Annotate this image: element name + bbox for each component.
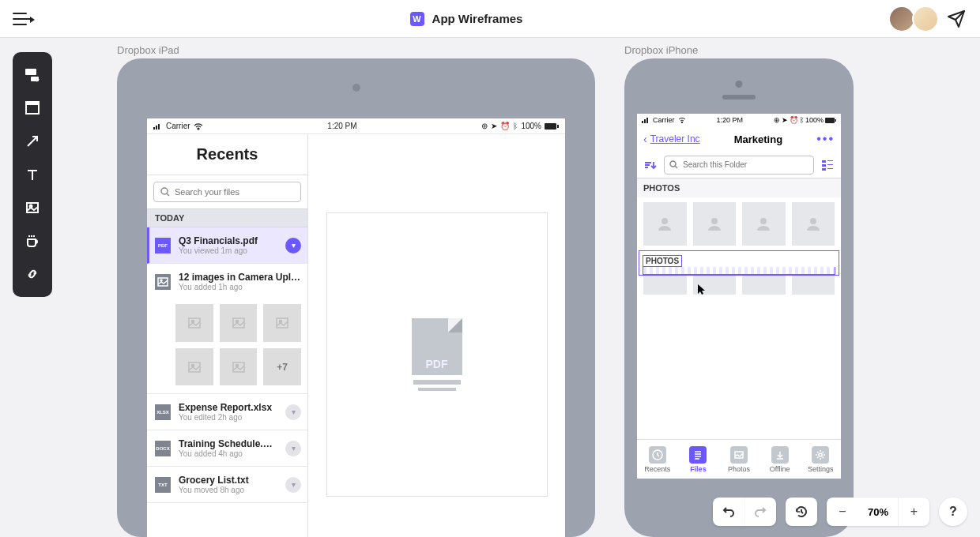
carrier-label: Carrier xyxy=(166,122,190,130)
iphone-search-row xyxy=(637,152,841,178)
svg-point-22 xyxy=(191,364,194,366)
svg-rect-32 xyxy=(822,160,826,163)
svg-point-12 xyxy=(161,188,168,194)
history-button[interactable] xyxy=(786,498,817,526)
tab-recents[interactable]: Recents xyxy=(637,440,678,479)
tool-coffee[interactable] xyxy=(18,227,47,255)
nav-back-link[interactable]: Traveler Inc xyxy=(650,133,700,145)
folder-card[interactable] xyxy=(643,276,687,295)
tool-link[interactable] xyxy=(18,260,47,288)
file-name: Grocery List.txt xyxy=(179,475,277,486)
collaborator-avatar-2[interactable] xyxy=(914,7,937,31)
person-card[interactable] xyxy=(742,202,786,246)
tool-image[interactable] xyxy=(18,193,47,222)
svg-point-28 xyxy=(681,122,683,123)
file-item-xlsx[interactable]: XLSX Expense Report.xlsx You edited 2h a… xyxy=(147,394,307,430)
svg-point-39 xyxy=(711,218,718,224)
tool-components[interactable] xyxy=(18,61,47,89)
thumbnail[interactable] xyxy=(220,348,258,386)
thumbnail[interactable] xyxy=(263,304,301,342)
selection-guide xyxy=(643,267,835,275)
preview-document-card[interactable]: PDF xyxy=(326,212,548,497)
chevron-left-icon[interactable]: ‹ xyxy=(643,133,647,145)
menu-toggle-icon[interactable] xyxy=(13,13,32,25)
person-card[interactable] xyxy=(792,202,835,246)
thumbnail[interactable] xyxy=(175,304,213,342)
tab-offline[interactable]: Offline xyxy=(760,440,801,479)
file-more-button[interactable]: ▾ xyxy=(285,441,301,456)
iphone-tabbar: Recents Files Photos Offline Settings xyxy=(637,439,841,479)
ipad-screen[interactable]: Carrier 1:20 PM ⊕ ➤ ⏰ ᛒ 100% Recents TOD… xyxy=(147,118,565,537)
svg-rect-11 xyxy=(557,125,559,128)
tool-frame[interactable] xyxy=(18,94,47,122)
file-item-txt[interactable]: TXT Grocery List.txt You moved 8h ago ▾ xyxy=(147,467,307,503)
redo-button[interactable] xyxy=(744,498,776,526)
thumbnail-more[interactable]: +7 xyxy=(263,348,301,386)
folder-card[interactable] xyxy=(742,276,786,295)
file-more-button[interactable]: ▾ xyxy=(285,238,301,253)
file-more-button[interactable]: ▾ xyxy=(285,477,301,493)
svg-point-31 xyxy=(670,161,676,167)
thumbnail[interactable] xyxy=(220,304,258,342)
svg-rect-37 xyxy=(827,168,833,169)
person-card[interactable] xyxy=(643,202,687,246)
app-topbar: W App Wireframes xyxy=(0,0,980,38)
thumbnail[interactable] xyxy=(175,348,213,386)
canvas-controls: − 70% + ? xyxy=(713,498,967,526)
iphone-speaker xyxy=(722,95,756,100)
share-icon[interactable] xyxy=(945,8,967,30)
ipad-camera-dot xyxy=(352,84,360,92)
svg-point-40 xyxy=(760,218,767,224)
folder-card[interactable] xyxy=(792,276,835,295)
gear-icon xyxy=(812,446,829,464)
nav-more-icon[interactable]: ••• xyxy=(816,132,835,146)
carrier-label: Carrier xyxy=(653,116,675,124)
iphone-status-bar: Carrier 1:20 PM ⊕ ➤ ⏰ ᛒ 100% xyxy=(637,114,841,126)
svg-rect-3 xyxy=(26,102,39,104)
person-card[interactable] xyxy=(693,202,737,246)
frame-label-iphone[interactable]: Dropbox iPhone xyxy=(624,44,698,56)
file-meta: You edited 2h ago xyxy=(179,413,277,422)
undo-button[interactable] xyxy=(713,498,744,526)
zoom-level[interactable]: 70% xyxy=(858,498,898,526)
tool-text[interactable] xyxy=(18,160,47,189)
tab-files[interactable]: Files xyxy=(678,440,719,479)
folder-card[interactable] xyxy=(693,276,737,295)
search-folder-input[interactable] xyxy=(664,156,814,175)
tab-photos[interactable]: Photos xyxy=(718,440,760,479)
zoom-out-button[interactable]: − xyxy=(827,498,858,526)
svg-point-18 xyxy=(236,320,238,322)
selected-section-label[interactable]: PHOTOS xyxy=(643,255,682,267)
file-item-pdf[interactable]: PDF Q3 Financials.pdf You viewed 1m ago … xyxy=(147,227,307,264)
section-photos: PHOTOS xyxy=(637,178,841,197)
file-meta: You added 4h ago xyxy=(179,449,277,458)
pdf-file-icon: PDF xyxy=(155,238,171,253)
help-button[interactable]: ? xyxy=(939,498,967,526)
view-toggle-icon[interactable] xyxy=(820,158,835,172)
sort-icon[interactable] xyxy=(643,158,658,172)
tab-settings[interactable]: Settings xyxy=(800,440,841,479)
svg-point-16 xyxy=(191,320,194,322)
section-today: TODAY xyxy=(147,208,307,227)
frame-label-ipad[interactable]: Dropbox iPad xyxy=(117,44,179,56)
zoom-in-button[interactable]: + xyxy=(898,498,929,526)
file-item-docx[interactable]: DOCX Training Schedule.docx You added 4h… xyxy=(147,430,307,467)
svg-rect-6 xyxy=(153,127,155,130)
svg-rect-29 xyxy=(825,118,835,123)
battery-text: 100% xyxy=(805,116,824,124)
file-more-button[interactable]: ▾ xyxy=(285,404,301,420)
svg-point-24 xyxy=(236,364,238,366)
iphone-screen[interactable]: Carrier 1:20 PM ⊕ ➤ ⏰ ᛒ 100% ‹ Traveler … xyxy=(637,114,841,479)
iphone-camera-dot xyxy=(736,81,743,88)
collaborator-avatar-1[interactable] xyxy=(890,7,914,31)
file-name: 12 images in Camera Uploads xyxy=(179,272,301,283)
pdf-placeholder-icon: PDF xyxy=(412,318,462,391)
search-files-input[interactable] xyxy=(153,182,301,202)
selected-element-region[interactable]: PHOTOS xyxy=(639,250,839,276)
file-name: Expense Report.xlsx xyxy=(179,402,277,413)
docx-file-icon: DOCX xyxy=(155,441,171,456)
file-item-images[interactable]: 12 images in Camera Uploads You added 1h… xyxy=(147,264,307,299)
status-time: 1:20 PM xyxy=(327,122,356,130)
tool-arrow[interactable] xyxy=(18,127,47,156)
files-icon xyxy=(689,446,707,464)
